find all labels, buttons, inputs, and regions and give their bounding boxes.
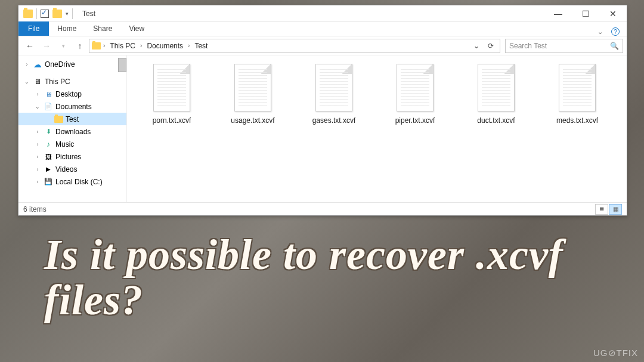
- vid-icon: [44, 165, 53, 174]
- disk-icon: [44, 177, 53, 187]
- chevron-right-icon[interactable]: ›: [102, 42, 106, 49]
- sidebar-item-pictures[interactable]: ›Pictures: [18, 150, 126, 163]
- sidebar-item-label: Documents: [55, 103, 92, 111]
- up-button[interactable]: ↑: [72, 38, 88, 54]
- chevron-right-icon[interactable]: ›: [187, 42, 191, 49]
- sidebar-item-label: Downloads: [55, 128, 91, 136]
- sidebar-item-label: OneDrive: [45, 60, 75, 69]
- address-bar[interactable]: › This PC › Documents › Test ⌄ ⟳: [89, 39, 500, 53]
- file-item[interactable]: piper.txt.xcvf: [383, 64, 447, 125]
- file-icon: [478, 64, 515, 112]
- expand-icon[interactable]: ⌄: [34, 104, 41, 110]
- tab-file[interactable]: File: [18, 21, 49, 36]
- file-icon: [153, 64, 190, 112]
- expand-icon[interactable]: ⌄: [23, 79, 30, 85]
- navigation-bar: ← → ▾ ↑ › This PC › Documents › Test ⌄ ⟳…: [18, 36, 627, 55]
- close-button[interactable]: ✕: [599, 5, 627, 22]
- file-item[interactable]: usage.txt.xcvf: [221, 64, 284, 125]
- sidebar-item-downloads[interactable]: ›Downloads: [18, 125, 126, 138]
- forward-button[interactable]: →: [39, 38, 54, 54]
- desktop-icon: [44, 89, 53, 99]
- sidebar-item-this-pc[interactable]: ⌄This PC: [18, 75, 126, 88]
- file-name: usage.txt.xcvf: [231, 116, 274, 125]
- sidebar-item-music[interactable]: ›Music: [18, 138, 126, 150]
- dl-icon: [44, 127, 53, 137]
- file-item[interactable]: meds.txt.xcvf: [546, 64, 609, 125]
- ribbon: File Home Share View ⌄ ?: [18, 22, 627, 36]
- expand-icon[interactable]: ›: [34, 91, 41, 97]
- file-item[interactable]: duct.txt.xcvf: [465, 64, 528, 125]
- sidebar-item-test[interactable]: Test: [18, 113, 126, 125]
- expand-icon[interactable]: ›: [34, 179, 41, 185]
- status-bar: 6 items ≣ ▦: [18, 202, 627, 215]
- pics-icon: [44, 152, 53, 162]
- item-count: 6 items: [23, 205, 47, 214]
- file-name: meds.txt.xcvf: [556, 116, 598, 125]
- sidebar-item-label: Local Disk (C:): [55, 178, 103, 186]
- minimize-button[interactable]: —: [544, 5, 572, 22]
- file-list[interactable]: porn.txt.xcvfusage.txt.xcvfgases.txt.xcv…: [127, 55, 627, 202]
- search-input[interactable]: Search Test 🔍: [505, 39, 623, 53]
- sidebar-item-documents[interactable]: ⌄Documents: [18, 100, 126, 113]
- folder-icon: [23, 10, 33, 18]
- scrollbar-thumb[interactable]: [118, 58, 126, 72]
- file-icon: [559, 64, 596, 112]
- search-icon[interactable]: 🔍: [610, 42, 619, 50]
- expand-icon[interactable]: ›: [23, 61, 30, 67]
- file-item[interactable]: porn.txt.xcvf: [140, 64, 203, 125]
- sidebar-item-label: This PC: [45, 78, 70, 86]
- file-name: porn.txt.xcvf: [153, 116, 191, 125]
- watermark: UG⊘TFIX: [593, 348, 638, 358]
- file-name: gases.txt.xcvf: [312, 116, 356, 125]
- separator: [36, 8, 37, 19]
- tab-view[interactable]: View: [120, 21, 153, 36]
- sidebar-item-local-disk-c-[interactable]: ›Local Disk (C:): [18, 175, 126, 188]
- music-icon: [44, 140, 53, 149]
- breadcrumb-test[interactable]: Test: [192, 41, 210, 51]
- sidebar-item-label: Test: [66, 115, 79, 123]
- recent-dropdown-icon[interactable]: ▾: [55, 38, 71, 54]
- sidebar-item-label: Desktop: [55, 90, 82, 98]
- tab-share[interactable]: Share: [85, 21, 120, 36]
- ribbon-expand-icon[interactable]: ⌄: [597, 28, 603, 36]
- folder-icon: [92, 42, 101, 49]
- properties-icon[interactable]: [41, 10, 49, 18]
- search-placeholder: Search Test: [509, 42, 547, 50]
- file-icon: [234, 64, 271, 112]
- qat-dropdown-icon[interactable]: ▾: [66, 11, 69, 17]
- file-name: piper.txt.xcvf: [395, 116, 435, 125]
- expand-icon[interactable]: ›: [34, 154, 41, 160]
- breadcrumb-documents[interactable]: Documents: [144, 41, 185, 51]
- help-icon[interactable]: ?: [611, 27, 620, 36]
- refresh-button[interactable]: ⟳: [484, 39, 497, 52]
- explorer-window: ▾ Test — ☐ ✕ File Home Share View ⌄ ? ← …: [18, 5, 627, 216]
- back-button[interactable]: ←: [22, 38, 38, 54]
- window-title: Test: [82, 10, 95, 18]
- sidebar-item-videos[interactable]: ›Videos: [18, 163, 126, 175]
- sidebar-item-onedrive[interactable]: ›OneDrive: [18, 58, 126, 70]
- file-icon: [397, 64, 434, 112]
- expand-icon[interactable]: ›: [34, 166, 41, 172]
- expand-icon[interactable]: ›: [34, 141, 41, 147]
- maximize-button[interactable]: ☐: [572, 5, 599, 22]
- expand-icon[interactable]: ›: [34, 129, 41, 135]
- tab-home[interactable]: Home: [49, 21, 85, 36]
- file-icon: [315, 64, 352, 112]
- icons-view-button[interactable]: ▦: [609, 204, 622, 215]
- navigation-pane[interactable]: ›OneDrive⌄This PC›Desktop⌄DocumentsTest›…: [18, 55, 127, 202]
- file-name: duct.txt.xcvf: [477, 116, 515, 125]
- titlebar[interactable]: ▾ Test — ☐ ✕: [18, 5, 627, 22]
- address-dropdown-icon[interactable]: ⌄: [470, 39, 483, 52]
- sidebar-item-desktop[interactable]: ›Desktop: [18, 88, 126, 100]
- file-item[interactable]: gases.txt.xcvf: [302, 64, 366, 125]
- separator: [72, 8, 73, 19]
- folder-icon: [54, 116, 63, 123]
- cloud-icon: [33, 60, 42, 69]
- new-folder-icon[interactable]: [52, 10, 62, 18]
- pc-icon: [33, 77, 42, 86]
- details-view-button[interactable]: ≣: [595, 204, 608, 215]
- quick-access-toolbar: ▾: [18, 8, 78, 19]
- breadcrumb-thispc[interactable]: This PC: [107, 41, 138, 51]
- chevron-right-icon[interactable]: ›: [139, 42, 143, 49]
- docs-icon: [44, 102, 53, 112]
